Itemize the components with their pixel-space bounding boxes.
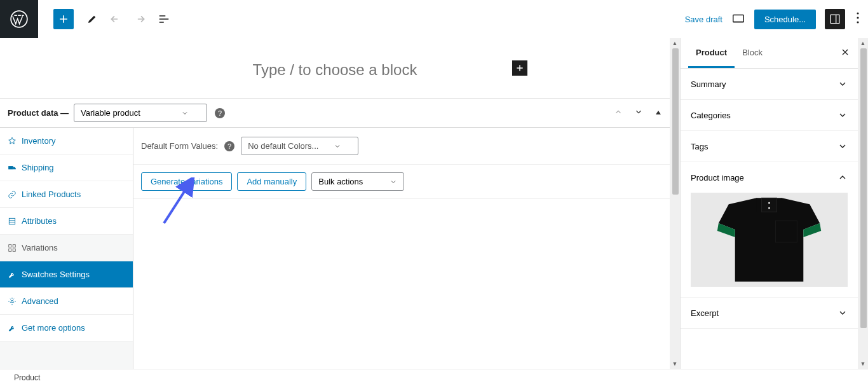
section-categories[interactable]: Categories <box>681 100 858 131</box>
section-excerpt[interactable]: Excerpt <box>681 298 858 329</box>
attributes-icon <box>8 217 17 226</box>
tab-advanced[interactable]: Advanced <box>0 288 133 315</box>
svg-point-12 <box>11 300 13 303</box>
save-draft-link[interactable]: Save draft <box>685 15 722 24</box>
settings-panel: Product Block Summary Categories Tags Pr… <box>680 38 858 369</box>
svg-rect-7 <box>9 218 15 224</box>
edit-icon[interactable] <box>86 13 98 25</box>
section-tags[interactable]: Tags <box>681 131 858 162</box>
section-product-image[interactable]: Product image <box>681 162 858 193</box>
panel-collapse-controls <box>614 107 662 119</box>
product-image-shirt <box>691 193 848 287</box>
inventory-icon <box>8 137 17 146</box>
block-placeholder[interactable]: Type / to choose a block <box>0 38 670 98</box>
gear-icon <box>8 297 17 306</box>
panel-toggle-icon[interactable] <box>654 107 662 119</box>
svg-rect-18 <box>775 221 797 242</box>
undo-icon[interactable] <box>109 13 122 25</box>
svg-point-4 <box>857 17 858 18</box>
link-icon <box>8 190 17 199</box>
breadcrumb[interactable]: Product <box>14 373 40 382</box>
svg-point-16 <box>768 202 770 204</box>
add-block-button[interactable] <box>53 9 74 29</box>
svg-point-5 <box>857 21 858 23</box>
tab-linked-products[interactable]: Linked Products <box>0 181 133 208</box>
variations-icon <box>8 244 17 252</box>
product-type-value: Variable product <box>81 108 140 118</box>
panel-down-icon[interactable] <box>634 107 643 119</box>
shipping-icon <box>8 163 17 172</box>
svg-rect-9 <box>13 244 15 247</box>
redo-icon[interactable] <box>133 13 146 25</box>
wordpress-logo[interactable] <box>0 0 38 38</box>
settings-sidebar-toggle[interactable] <box>825 9 845 29</box>
tab-attributes[interactable]: Attributes <box>0 208 133 235</box>
close-panel-icon[interactable] <box>840 47 850 60</box>
product-data-tabs: Inventory Shipping Linked Products Attri… <box>0 128 133 369</box>
schedule-button[interactable]: Schedule... <box>754 10 816 29</box>
preview-icon[interactable] <box>731 12 745 26</box>
svg-rect-8 <box>9 244 11 247</box>
svg-rect-11 <box>13 249 15 251</box>
product-type-select[interactable]: Variable product <box>74 104 207 122</box>
svg-rect-1 <box>733 15 744 22</box>
wrench-icon <box>8 324 17 333</box>
product-data-content: Default Form Values: ? No default Colors… <box>133 128 670 369</box>
panel-scrollbar[interactable]: ▲ ▼ <box>858 38 868 369</box>
svg-point-3 <box>857 12 858 14</box>
generate-variations-button[interactable]: Generate variations <box>141 172 232 191</box>
svg-rect-2 <box>831 15 839 23</box>
svg-rect-10 <box>9 249 11 251</box>
panel-up-icon[interactable] <box>614 107 623 119</box>
tab-get-more-options[interactable]: Get more options <box>0 315 133 341</box>
editor-topbar: Save draft Schedule... <box>0 0 868 38</box>
tab-inventory[interactable]: Inventory <box>0 128 133 155</box>
editor-footer: Product <box>0 369 868 386</box>
wrench-icon <box>8 270 17 279</box>
section-summary[interactable]: Summary <box>681 69 858 100</box>
tab-swatches-settings[interactable]: Swatches Settings <box>0 261 133 288</box>
product-image-preview[interactable] <box>681 193 858 298</box>
tab-block[interactable]: Block <box>735 39 770 68</box>
svg-rect-15 <box>762 198 777 212</box>
default-form-values-select[interactable]: No default Colors... <box>241 137 358 155</box>
add-manually-button[interactable]: Add manually <box>237 172 306 191</box>
bulk-actions-select[interactable]: Bulk actions <box>311 172 404 191</box>
tab-shipping[interactable]: Shipping <box>0 155 133 181</box>
help-icon[interactable]: ? <box>224 141 234 151</box>
editor-scrollbar[interactable]: ▲ ▼ <box>670 38 680 369</box>
svg-rect-6 <box>8 166 13 169</box>
product-data-label: Product data — <box>8 108 69 118</box>
tab-variations[interactable]: Variations <box>0 235 133 261</box>
product-data-header: Product data — Variable product ? <box>0 98 670 128</box>
editor-canvas: Type / to choose a block <box>0 38 670 98</box>
svg-point-17 <box>768 207 770 209</box>
tab-product[interactable]: Product <box>688 39 735 68</box>
inline-add-block-button[interactable] <box>512 60 527 76</box>
help-icon[interactable]: ? <box>215 108 225 118</box>
document-outline-icon[interactable] <box>158 13 170 25</box>
more-options-icon[interactable] <box>854 10 862 29</box>
default-form-values-label: Default Form Values: <box>141 141 218 151</box>
